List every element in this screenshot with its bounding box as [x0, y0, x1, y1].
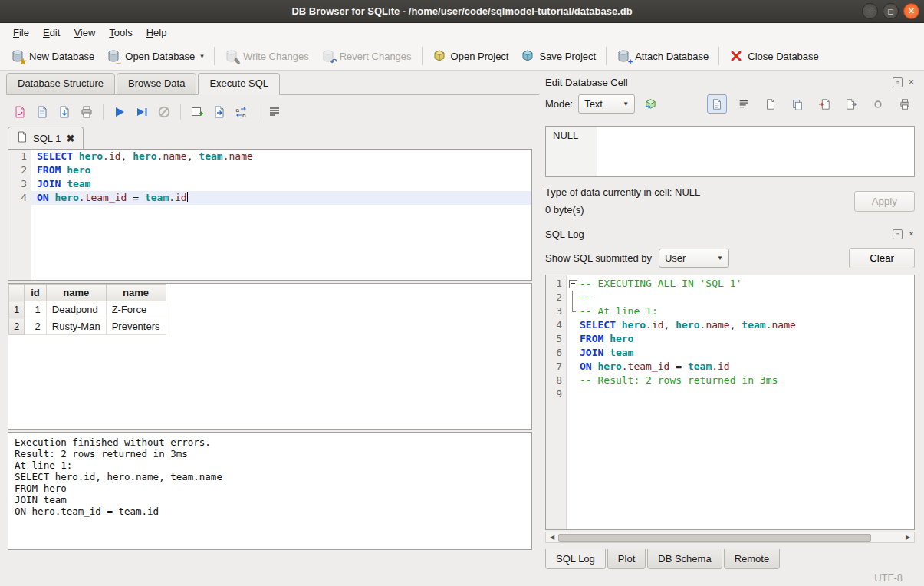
close-database-button[interactable]: Close Database	[723, 45, 825, 67]
results-column-header[interactable]: name	[106, 285, 166, 301]
scroll-left-icon[interactable]: ◀	[546, 534, 558, 541]
sql-toolbar-separator	[103, 104, 104, 120]
results-column-header[interactable]: id	[25, 285, 47, 301]
sql-doc-tab[interactable]: SQL 1 ✖	[8, 127, 84, 149]
sql-log-float-icon[interactable]: ▫	[893, 229, 903, 239]
bottom-tab-db-schema[interactable]: DB Schema	[647, 549, 722, 569]
fold-marker-icon[interactable]	[567, 277, 578, 291]
sql-toolbar-separator	[180, 104, 181, 120]
tab-database-structure[interactable]: Database Structure	[6, 73, 115, 94]
line-code[interactable]: ON hero.team_id = team.id	[31, 191, 531, 205]
sql-doc-tab-close-icon[interactable]: ✖	[66, 133, 74, 144]
open-database-label: Open Database	[125, 51, 195, 62]
close-database-label: Close Database	[748, 51, 819, 62]
word-wrap-toggle-icon[interactable]	[734, 94, 754, 114]
revert-changes-button: ↶ Revert Changes	[315, 45, 418, 67]
main-area: Database StructureBrowse DataExecute SQL	[0, 71, 924, 569]
menu-edit[interactable]: Edit	[36, 24, 67, 41]
bottom-tab-sql-log[interactable]: SQL Log	[545, 549, 606, 569]
set-null-icon[interactable]	[868, 94, 888, 114]
sql-log-filter-combobox[interactable]: User ▼	[659, 249, 729, 268]
copy-icon[interactable]	[788, 94, 807, 114]
menu-view[interactable]: View	[67, 24, 102, 41]
import-cell-icon[interactable]	[814, 94, 834, 114]
editor-line[interactable]: 2FROM hero	[8, 163, 531, 177]
menu-help[interactable]: Help	[140, 24, 174, 41]
sql-editor[interactable]: 1SELECT hero.id, hero.name, team.name2FR…	[8, 149, 532, 281]
sql-doc-icon	[17, 131, 28, 145]
menubar: FileEditViewToolsHelp	[0, 23, 924, 42]
editor-line[interactable]: 1SELECT hero.id, hero.name, team.name	[8, 150, 531, 163]
word-wrap-icon[interactable]	[267, 104, 282, 120]
attach-database-button[interactable]: + Attach Database	[610, 45, 715, 67]
find-replace-icon[interactable]: ab	[234, 104, 249, 120]
close-button[interactable]: ✕	[903, 3, 919, 19]
clear-log-button[interactable]: Clear	[849, 248, 915, 268]
line-code[interactable]: JOIN team	[31, 177, 531, 191]
sql-log-filter-row: Show SQL submitted by User ▼ Clear	[545, 248, 915, 268]
save-project-button[interactable]: Save Project	[515, 45, 602, 67]
menu-tools[interactable]: Tools	[102, 24, 139, 41]
editor-line[interactable]: 3JOIN team	[8, 177, 531, 191]
row-number-header[interactable]: 1	[9, 301, 25, 318]
open-database-dropdown-icon[interactable]: ▾	[200, 52, 204, 60]
edit-cell-float-icon[interactable]: ▫	[893, 77, 903, 87]
fold-column	[567, 291, 578, 305]
sql-log-horizontal-scrollbar[interactable]: ◀ ▶	[545, 532, 915, 543]
revert-changes-label: Revert Changes	[340, 51, 412, 62]
row-number-header[interactable]: 2	[9, 318, 25, 335]
open-database-button[interactable]: → Open Database ▾	[100, 45, 210, 67]
new-tab-icon[interactable]	[189, 104, 205, 120]
export-results-icon[interactable]	[212, 104, 227, 120]
results-cell[interactable]: Deadpond	[46, 301, 106, 318]
mode-combobox[interactable]: Text ▼	[578, 94, 635, 114]
sql-toolbar-separator	[258, 104, 258, 120]
execute-current-line-icon[interactable]	[134, 104, 150, 120]
results-cell[interactable]: Preventers	[106, 318, 166, 335]
toolbar-separator	[422, 47, 423, 65]
scroll-right-icon[interactable]: ▶	[902, 534, 914, 541]
results-cell[interactable]: Z-Force	[106, 301, 166, 318]
open-project-button[interactable]: Open Project	[426, 45, 515, 67]
line-number: 8	[546, 374, 567, 387]
text-mode-button[interactable]	[707, 94, 727, 114]
edit-cell-close-icon[interactable]: ✕	[906, 77, 916, 87]
sql-log-close-icon[interactable]: ✕	[906, 229, 916, 239]
results-cell[interactable]: 1	[25, 301, 47, 318]
svg-text:b: b	[242, 112, 246, 119]
line-code: -- EXECUTING ALL IN 'SQL 1'	[578, 277, 914, 291]
toolbar-separator	[214, 47, 215, 65]
fold-column	[567, 360, 578, 374]
new-database-label: New Database	[29, 51, 94, 62]
bottom-tab-remote[interactable]: Remote	[724, 549, 781, 569]
line-code: --	[578, 291, 914, 305]
results-cell[interactable]: 2	[25, 318, 47, 335]
results-column-header[interactable]: name	[46, 285, 106, 301]
print-cell-icon[interactable]	[895, 94, 915, 114]
sql-log-view[interactable]: 1-- EXECUTING ALL IN 'SQL 1'2--3-- At li…	[545, 275, 915, 530]
new-database-button[interactable]: ★ New Database	[5, 45, 100, 67]
export-cell-icon[interactable]	[841, 94, 861, 114]
line-code[interactable]: SELECT hero.id, hero.name, team.name	[31, 150, 531, 163]
cell-editor[interactable]: NULL	[545, 126, 915, 177]
menu-file[interactable]: File	[6, 24, 36, 41]
scrollbar-thumb[interactable]	[558, 534, 871, 542]
bottom-tab-plot[interactable]: Plot	[607, 549, 646, 569]
line-code: FROM hero	[578, 332, 914, 346]
line-code[interactable]: FROM hero	[31, 163, 531, 177]
results-cell[interactable]: Rusty-Man	[46, 318, 106, 335]
open-sql-file-icon[interactable]	[12, 104, 28, 120]
maximize-button[interactable]: ◻	[883, 3, 899, 19]
editor-line[interactable]: 4ON hero.team_id = team.id	[8, 191, 531, 205]
save-sql-file-icon[interactable]	[57, 104, 72, 120]
open-file-icon[interactable]	[35, 104, 50, 120]
execute-all-icon[interactable]	[112, 104, 127, 120]
open-in-editor-icon[interactable]	[761, 94, 781, 114]
print-icon[interactable]	[79, 104, 94, 120]
import-data-button[interactable]	[640, 94, 660, 114]
line-number: 4	[8, 191, 31, 205]
tab-browse-data[interactable]: Browse Data	[117, 73, 196, 94]
minimize-button[interactable]: —	[862, 3, 878, 19]
tab-execute-sql[interactable]: Execute SQL	[198, 73, 280, 95]
fold-column	[567, 305, 578, 318]
